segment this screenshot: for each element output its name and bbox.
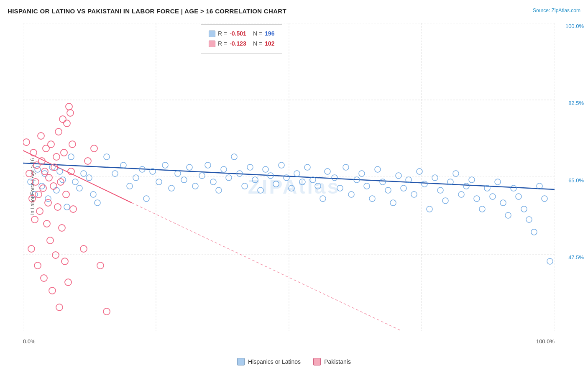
svg-point-103 [500,200,506,206]
legend-label-pakistanis: Pakistanis [324,358,351,365]
legend-pink-n-value: 102 [265,39,274,49]
svg-point-63 [289,185,294,191]
svg-point-139 [53,153,60,160]
svg-point-89 [427,206,432,212]
svg-point-84 [401,185,406,191]
svg-point-156 [80,245,87,252]
svg-point-159 [97,262,104,269]
svg-point-106 [516,194,522,199]
svg-point-70 [325,169,330,174]
svg-point-157 [84,158,91,164]
legend-item-pakistanis: Pakistanis [313,358,351,365]
svg-point-160 [103,308,110,315]
svg-point-73 [343,164,349,170]
y-label-82: 82.5% [568,100,584,106]
svg-point-111 [542,196,547,202]
svg-point-94 [453,171,459,176]
svg-point-144 [59,225,65,231]
svg-point-96 [463,183,469,189]
svg-point-114 [26,170,33,177]
svg-point-26 [77,185,82,191]
x-label-100: 100.0% [536,338,555,345]
svg-point-90 [432,175,438,181]
svg-point-71 [332,175,337,181]
legend-pink-n-label: N = [253,39,262,49]
chart-title: HISPANIC OR LATINO VS PAKISTANI IN LABOR… [8,8,286,15]
svg-point-47 [205,162,211,168]
svg-point-33 [120,162,126,168]
svg-point-34 [127,183,133,189]
chart-svg [23,23,555,331]
legend-blue-r-label: R = [218,29,227,39]
svg-point-27 [81,171,87,176]
svg-point-151 [66,103,72,110]
legend-swatch-hispanics [237,358,245,365]
svg-point-79 [375,166,381,172]
svg-point-28 [86,175,92,181]
svg-point-58 [263,166,268,172]
svg-point-78 [369,196,375,202]
svg-point-66 [304,164,310,170]
legend-row-pink: R = -0.123 N = 102 [209,39,274,49]
svg-point-51 [226,175,232,181]
svg-point-69 [320,196,326,202]
legend-item-hispanics: Hispanics or Latinos [237,358,301,365]
svg-point-72 [337,185,343,191]
svg-point-145 [59,116,66,123]
svg-point-92 [442,198,448,204]
legend-swatch-blue [209,31,215,37]
svg-point-101 [490,194,496,199]
svg-point-87 [417,169,422,174]
legend-blue-n-label: N = [253,29,262,39]
svg-point-136 [50,183,57,189]
svg-point-61 [279,162,284,168]
svg-point-64 [294,171,300,176]
svg-point-52 [231,154,237,160]
svg-point-42 [175,171,181,176]
legend-blue-n-value: 196 [265,29,274,39]
svg-point-37 [143,196,149,202]
svg-point-21 [57,169,63,174]
svg-point-117 [30,149,37,156]
svg-point-150 [65,279,72,286]
svg-point-49 [216,187,222,193]
y-label-65: 65.0% [568,177,584,184]
svg-point-124 [38,133,44,139]
svg-point-55 [247,164,253,170]
y-label-100: 100.0% [565,23,584,29]
svg-point-43 [181,177,187,183]
svg-point-44 [187,164,192,170]
svg-point-32 [112,171,118,176]
chart-container: HISPANIC OR LATINO VS PAKISTANI IN LABOR… [0,0,588,373]
legend-row-blue: R = -0.501 N = 196 [209,29,274,39]
svg-point-110 [537,183,542,189]
svg-point-123 [36,208,43,215]
legend-blue-r-value: -0.501 [230,29,246,39]
svg-point-133 [47,237,54,244]
svg-point-41 [169,185,174,191]
svg-line-12 [132,203,555,331]
svg-point-68 [315,183,321,189]
svg-point-126 [40,185,46,192]
svg-point-115 [28,245,35,252]
legend-pink-r-value: -0.123 [230,39,246,49]
svg-point-81 [385,187,391,193]
svg-point-118 [31,216,38,223]
svg-point-80 [380,179,386,185]
svg-point-86 [411,192,417,197]
bottom-legend: Hispanics or Latinos Pakistanis [237,358,351,365]
source-label: Source: ZipAtlas.com [533,8,580,13]
x-label-0: 0.0% [23,338,36,345]
svg-point-50 [221,166,227,172]
svg-point-127 [41,275,47,281]
legend-box: R = -0.501 N = 196 R = -0.123 N = 102 [201,24,282,54]
svg-point-104 [505,212,511,218]
svg-point-140 [54,204,61,210]
svg-point-108 [526,217,532,222]
svg-point-141 [55,128,62,135]
svg-point-131 [45,199,51,206]
svg-point-46 [199,173,205,179]
svg-point-48 [210,179,216,185]
svg-point-134 [48,141,54,148]
svg-point-45 [192,183,198,189]
